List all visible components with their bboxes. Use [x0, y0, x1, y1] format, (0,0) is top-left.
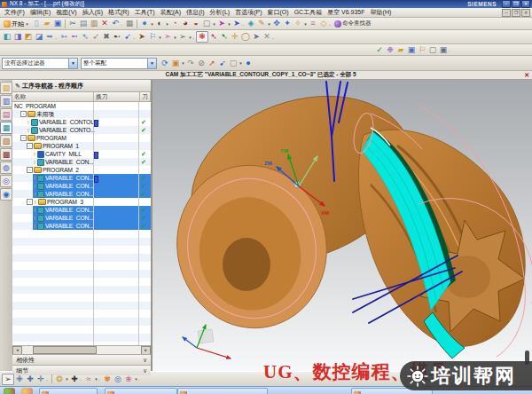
point-plus-icon[interactable]: ✚: [69, 374, 80, 384]
graphics-window[interactable]: YM ZM XM: [153, 80, 532, 371]
navigator-row[interactable]: !VARIABLE_CON...✔: [12, 182, 151, 190]
taskbar-window-1[interactable]: [39, 388, 98, 394]
taskbar-window-3[interactable]: [177, 388, 268, 394]
menu-item-6[interactable]: 工具(T): [132, 8, 158, 17]
snapshot-icon[interactable]: ◈: [246, 19, 256, 28]
gouge-check-icon[interactable]: ➣: [162, 32, 173, 42]
operation-navigator-icon[interactable]: ▦: [0, 122, 12, 134]
display-operation-icon[interactable]: ➸: [112, 32, 122, 42]
snap-int-icon[interactable]: ✛: [35, 374, 46, 384]
scope-dropdown[interactable]: 整个装配 ▼: [81, 58, 157, 69]
undo-icon[interactable]: ↶: [110, 19, 121, 28]
chevron-down-icon[interactable]: ∨: [143, 357, 147, 364]
navigator-row[interactable]: !VARIABLE_CONTO...✔: [12, 126, 151, 134]
navigator-row[interactable]: NC_PROGRAM: [12, 102, 151, 110]
expander-icon[interactable]: -: [27, 199, 33, 205]
quick-launch-icon[interactable]: [21, 388, 33, 394]
menu-item-1[interactable]: 文件(F): [2, 8, 27, 17]
expander-icon[interactable]: -: [27, 167, 33, 173]
edit-object-display-icon[interactable]: ✎: [256, 19, 267, 28]
selection-filter-dropdown[interactable]: 没有选择过滤器 ▼: [2, 58, 78, 69]
menu-item-12[interactable]: GC工具箱: [292, 8, 325, 17]
web-browser-icon[interactable]: ◍: [0, 162, 12, 174]
shaded-display-icon[interactable]: ●: [139, 19, 150, 28]
chevron-down-icon[interactable]: ∨: [143, 367, 147, 374]
measure-icon[interactable]: ✦: [282, 19, 293, 28]
fly-through-icon[interactable]: ➤: [216, 19, 227, 28]
navigator-row[interactable]: -PROGRAM_1: [12, 142, 151, 150]
navigator-tree[interactable]: NC_PROGRAM-未用项!VARIABLE_CONTOUR✔!VARIABL…: [12, 102, 151, 345]
snap-end-icon[interactable]: ✚: [25, 374, 35, 384]
mdi-restore-button[interactable]: ❐: [512, 9, 520, 17]
vector-curve-icon[interactable]: ➹: [217, 59, 228, 68]
roles-icon[interactable]: ◉: [0, 188, 12, 201]
create-operation-icon[interactable]: ➥: [44, 32, 55, 42]
machine-tool-navigator-icon[interactable]: ▨: [0, 135, 12, 147]
mdi-minimize-button[interactable]: –: [502, 9, 511, 17]
expander-icon[interactable]: -: [27, 143, 33, 149]
navigator-row[interactable]: !VARIABLE_CON...✔: [12, 206, 151, 214]
curve-select-icon[interactable]: ≈: [83, 374, 94, 384]
vector-up-icon[interactable]: ➚: [207, 59, 217, 68]
frame-tool-icon[interactable]: ▢: [427, 45, 438, 55]
navigator-row[interactable]: !VARIABLE_CON...✔: [12, 174, 151, 182]
navigator-row[interactable]: -PROGRAM_2: [12, 166, 151, 174]
minimize-button[interactable]: –: [502, 0, 511, 8]
message-close-icon[interactable]: ✕: [521, 72, 532, 79]
dependencies-section[interactable]: 相依性 ∨: [12, 354, 151, 365]
create-program-icon[interactable]: ◧: [2, 32, 12, 42]
touch-mode-icon[interactable]: ▦: [124, 19, 135, 28]
assembly-navigator-icon[interactable]: ▧: [0, 82, 12, 94]
close-button[interactable]: ✕: [521, 0, 530, 8]
delete-operation-icon[interactable]: ✖: [101, 32, 112, 42]
body-select-icon[interactable]: ✾: [102, 374, 113, 384]
menu-item-13[interactable]: 星空 V6.935F: [325, 8, 367, 17]
navigator-row[interactable]: !CAVITY_MILL✔: [12, 150, 151, 158]
shaded-select-icon[interactable]: ❂: [54, 374, 65, 384]
scroll-left-icon[interactable]: ◂: [12, 346, 22, 355]
snap-mid-icon[interactable]: ✙: [14, 374, 25, 384]
machine-tool-view-icon[interactable]: ▰: [395, 45, 406, 55]
constraint-navigator-icon[interactable]: ▥: [0, 95, 12, 107]
zoom-select-icon[interactable]: ◎: [113, 374, 123, 384]
paste-icon[interactable]: ▥: [89, 19, 99, 28]
save-toolpath-icon[interactable]: ▣: [406, 45, 417, 55]
mdi-close-button[interactable]: ✕: [521, 9, 530, 17]
operation-group-icon[interactable]: ❈: [385, 45, 395, 55]
new-part-icon[interactable]: ▯: [31, 19, 42, 28]
scrollbar-thumb[interactable]: [33, 346, 97, 354]
redo-view-icon[interactable]: ↷: [185, 59, 196, 68]
show-toolpath-icon[interactable]: ⚐: [147, 32, 158, 42]
navigator-row[interactable]: -未用项: [12, 110, 151, 118]
window-layout-icon[interactable]: ▢: [201, 19, 212, 28]
maximize-button[interactable]: ❐: [512, 0, 520, 8]
menu-item-5[interactable]: 格式(R): [106, 8, 132, 17]
navigator-row[interactable]: !VARIABLE_CON...✔: [12, 214, 151, 222]
expander-icon[interactable]: -: [20, 111, 27, 117]
copy-operation-icon[interactable]: ➴: [80, 32, 90, 42]
navigate-view-icon[interactable]: ➤: [231, 19, 242, 28]
no-selection-icon[interactable]: ⊘: [196, 59, 207, 68]
taskbar-window-2[interactable]: [105, 388, 177, 394]
list-toolpath-icon[interactable]: ✛: [230, 32, 240, 42]
menu-item-2[interactable]: 编辑(E): [27, 8, 53, 17]
list-view-icon[interactable]: ≡: [308, 19, 318, 28]
column-toolchange[interactable]: 换刀: [94, 92, 140, 101]
output-tool-icon[interactable]: ▣: [438, 45, 449, 55]
menu-item-11[interactable]: 窗口(O): [265, 8, 292, 17]
workpiece-icon[interactable]: ➢: [177, 32, 188, 42]
create-geometry-icon[interactable]: ◩: [23, 32, 34, 42]
navigator-row[interactable]: !VARIABLE_CONTOUR✔: [12, 118, 151, 126]
edit-operation-icon[interactable]: ➳: [59, 32, 69, 42]
start-menu-button[interactable]: 开始 ▾: [2, 20, 31, 28]
materials-icon[interactable]: ◇: [318, 19, 329, 28]
navigator-row[interactable]: !VARIABLE_CON...✔: [12, 158, 151, 166]
menu-item-10[interactable]: 首选项(P): [232, 8, 264, 17]
rendering-style-icon[interactable]: ◐: [154, 19, 165, 28]
select-arrow-icon[interactable]: ➢: [2, 374, 14, 385]
palette-icon[interactable]: ❀: [123, 374, 134, 384]
viewport-3d[interactable]: YM ZM XM: [153, 80, 532, 371]
create-tool-icon[interactable]: ◨: [12, 32, 23, 42]
generate-toolpath-icon[interactable]: ❃: [196, 31, 208, 43]
cut-operation-icon[interactable]: ➵: [69, 32, 80, 42]
